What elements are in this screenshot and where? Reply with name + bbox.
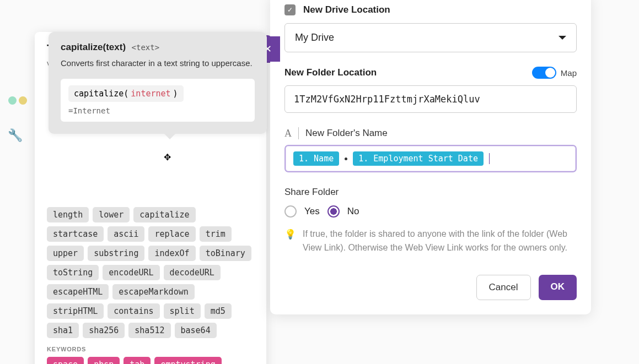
divider	[298, 127, 299, 139]
pill-date[interactable]: 1. Employment Start Date	[353, 151, 484, 166]
fn-chip-substring[interactable]: substring	[88, 246, 144, 261]
section-title-drive: New Drive Location	[303, 4, 390, 15]
fn-description: Converts first character in a text strin…	[61, 57, 255, 70]
fn-chip-escapeHTML[interactable]: escapeHTML	[47, 284, 109, 300]
fn-call-param: internet	[131, 89, 170, 99]
fn-chip-sha1[interactable]: sha1	[47, 323, 79, 338]
fn-chip-ascii[interactable]: ascii	[108, 226, 144, 242]
lightbulb-icon: 💡	[284, 227, 296, 255]
dot-yellow	[19, 96, 27, 105]
chevron-down-icon	[559, 36, 566, 44]
kw-chip-emptystring[interactable]: emptystring	[154, 357, 221, 364]
radio-no-label: No	[347, 206, 359, 217]
keywords-label: KEYWORDS	[47, 346, 254, 352]
fn-result: =Internet	[68, 106, 247, 115]
config-panel: ✕ ✓ New Drive Location My Drive New Fold…	[270, 0, 591, 314]
fn-example: capitalize( internet ) =Internet	[61, 79, 255, 122]
map-toggle-group: Map	[532, 67, 577, 79]
fn-call-suffix: )	[173, 89, 178, 99]
drive-value: My Drive	[295, 32, 334, 44]
fn-chip-escapeMarkdown[interactable]: escapeMarkdown	[112, 284, 194, 300]
fn-chip-base64[interactable]: base64	[175, 323, 217, 338]
kw-chip-tab[interactable]: tab	[123, 357, 151, 364]
section-title-folder: New Folder Location	[284, 67, 377, 78]
dot-green	[8, 96, 17, 105]
fn-chip-split[interactable]: split	[164, 303, 201, 319]
fn-chip-sha512[interactable]: sha512	[128, 323, 170, 338]
fn-chip-md5[interactable]: md5	[205, 303, 232, 319]
status-dots	[8, 96, 27, 105]
fn-chip-contains[interactable]: contains	[108, 303, 159, 319]
fn-arg-hint: <text>	[132, 43, 160, 52]
hint-text: If true, the folder is shared to anyone …	[303, 227, 577, 255]
share-label: Share Folder	[284, 187, 577, 198]
fn-chip-indexOf[interactable]: indexOf	[148, 246, 195, 261]
text-caret	[489, 153, 490, 164]
kw-chip-nbsp[interactable]: nbsp	[88, 357, 120, 364]
fn-chip-sha256[interactable]: sha256	[83, 323, 125, 338]
cancel-button[interactable]: Cancel	[476, 275, 531, 300]
fn-chip-startcase[interactable]: startcase	[47, 226, 104, 242]
fn-chip-stripHTML[interactable]: stripHTML	[47, 303, 104, 319]
fn-call: capitalize( internet )	[68, 85, 184, 102]
hint-row: 💡 If true, the folder is shared to anyon…	[284, 227, 577, 255]
fn-chip-decodeURL[interactable]: decodeURL	[164, 265, 221, 280]
fn-chip-lower[interactable]: lower	[93, 207, 130, 222]
function-tooltip: capitalize(text) <text> Converts first c…	[49, 32, 267, 134]
radio-yes-label: Yes	[304, 206, 320, 217]
fn-chip-replace[interactable]: replace	[148, 226, 195, 242]
ok-button[interactable]: OK	[539, 275, 577, 300]
radio-yes[interactable]	[284, 205, 297, 218]
folder-id-input[interactable]: 1TzM2VfGxN2Hrp11FzttmjrXaMekiQluv	[284, 85, 577, 113]
fn-chip-encodeURL[interactable]: encodeURL	[103, 265, 159, 280]
pill-name[interactable]: 1. Name	[293, 151, 339, 166]
radio-no[interactable]	[327, 205, 340, 218]
fn-chip-upper[interactable]: upper	[47, 246, 84, 261]
fn-chip-toBinary[interactable]: toBinary	[200, 246, 251, 261]
map-label: Map	[561, 68, 577, 78]
pill-separator	[345, 157, 347, 160]
map-toggle[interactable]	[532, 67, 556, 79]
wrench-icon[interactable]: 🔧	[8, 128, 23, 143]
text-icon: A	[284, 128, 292, 139]
fn-chip-length[interactable]: length	[47, 207, 89, 222]
folder-name-label: New Folder's Name	[305, 128, 388, 139]
fn-name: capitalize(text)	[61, 42, 126, 52]
drive-select[interactable]: My Drive	[284, 23, 577, 52]
fn-chip-toString[interactable]: toString	[47, 265, 99, 280]
fn-chip-trim[interactable]: trim	[200, 226, 232, 242]
function-chips: lengthlowercapitalizestartcaseasciirepla…	[47, 207, 254, 338]
folder-name-input[interactable]: 1. Name 1. Employment Start Date	[284, 145, 577, 172]
section-checkbox[interactable]: ✓	[284, 4, 296, 15]
keyword-chips: spacenbsptabemptystringnewlinecarriagere…	[47, 357, 254, 364]
kw-chip-space[interactable]: space	[47, 357, 84, 364]
fn-call-prefix: capitalize(	[74, 89, 128, 99]
fn-chip-capitalize[interactable]: capitalize	[133, 207, 195, 222]
